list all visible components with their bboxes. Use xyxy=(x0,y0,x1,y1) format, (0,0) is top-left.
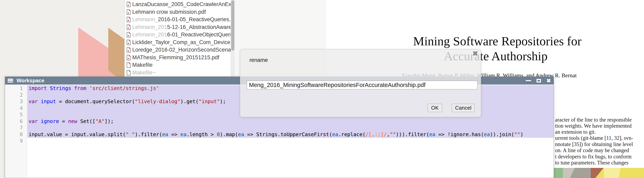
file-list-item[interactable]: Lehmann_2015-12-16_AbstractionAware xyxy=(124,24,231,31)
file-name-dim: Lehmann_ xyxy=(132,16,158,23)
file-list-item[interactable]: Makefile~ xyxy=(124,69,231,77)
cancel-button[interactable]: Cancel xyxy=(452,104,475,112)
ok-button[interactable]: OK xyxy=(428,104,442,112)
menu-icon[interactable] xyxy=(8,79,13,82)
rename-dialog: rename ✖ OK Cancel xyxy=(240,49,481,117)
file-list-item[interactable]: Lehmann_2016-01_ReactiveObjectQueri xyxy=(124,31,231,39)
file-name: MAThesis_Flemming_20151215.pdf xyxy=(132,54,219,61)
window-title: Workspace xyxy=(16,77,44,84)
file-name: LanzaDucasse_2005_CodeCrawlerAnExt xyxy=(132,1,231,8)
file-name: 5-12-16_AbstractionAware xyxy=(167,24,231,30)
minimize-icon[interactable] xyxy=(526,80,531,81)
file-name-dim: Makefile~ xyxy=(132,70,156,76)
pdf-file-icon xyxy=(126,9,131,15)
file-list-scrollbar[interactable] xyxy=(231,0,235,87)
line-number: 4 xyxy=(5,105,27,112)
file-name: Lehmann crow submission.pdf xyxy=(132,9,206,15)
line-number: 7 xyxy=(5,125,27,131)
maximize-icon[interactable] xyxy=(536,79,541,82)
dialog-title: rename xyxy=(250,57,268,63)
file-list-item[interactable]: MAThesis_Flemming_20151215.pdf xyxy=(124,54,231,61)
file-name-dim: Lehmann_201 xyxy=(132,32,167,38)
file-name: Licklider_Taylor_Comp_as_Com_Device. xyxy=(132,39,231,46)
pdf-file-icon xyxy=(126,32,131,38)
close-icon[interactable]: ✖ xyxy=(472,50,478,57)
file-icon xyxy=(126,62,131,68)
line-number: 1 xyxy=(5,85,27,92)
file-name: 2016-01-05_ReactiveQueries.p xyxy=(158,16,231,23)
close-icon[interactable]: ✖ xyxy=(546,78,551,83)
pdf-body-line: to tune parameters. These changes xyxy=(555,160,628,166)
desktop-wallpaper-bottom xyxy=(554,167,644,178)
pdf-file-icon xyxy=(126,47,131,53)
pdf-file-icon xyxy=(126,55,131,60)
code-line[interactable] xyxy=(29,125,554,131)
pdf-body-line: t developers to fix bugs, to conform xyxy=(555,153,632,160)
file-name: Loredge_2016-02_HorizonSecondScenar xyxy=(132,47,231,53)
scrollbar-thumb[interactable] xyxy=(231,1,234,51)
line-number: 3 xyxy=(5,98,27,105)
file-list-item[interactable]: Loredge_2016-02_HorizonSecondScenar xyxy=(124,46,231,54)
pdf-body-line: tion weights. We have implemented xyxy=(555,123,632,129)
line-number: 8 xyxy=(5,131,27,138)
file-name-dim: Lehmann_201 xyxy=(132,24,167,30)
file-list-item[interactable]: LanzaDucasse_2005_CodeCrawlerAnExt xyxy=(124,1,231,8)
pdf-file-icon xyxy=(126,24,131,30)
pdf-body-line: aracter of the line to the responsible xyxy=(555,117,632,123)
file-list-item[interactable]: Lehmann_2016-01-05_ReactiveQueries.p xyxy=(124,16,231,24)
file-list-panel: LanzaDucasse_2005_CodeCrawlerAnExtLehman… xyxy=(124,0,235,87)
file-list-item[interactable]: Licklider_Taylor_Comp_as_Com_Device. xyxy=(124,39,231,46)
pdf-file-icon xyxy=(126,17,131,23)
pdf-title-line1: Mining Software Repositories for xyxy=(413,34,582,48)
line-number-gutter: 123456789 xyxy=(5,84,27,178)
file-list-item[interactable]: Makefile xyxy=(124,61,231,69)
pdf-file-icon xyxy=(126,2,131,7)
file-list-item[interactable]: Lehmann crow submission.pdf xyxy=(124,8,231,16)
line-number: 9 xyxy=(5,138,27,144)
pdf-body-line: urrent tools (git-blame [11, 32], svn- xyxy=(555,135,633,141)
line-number: 2 xyxy=(5,92,27,99)
code-line[interactable]: var ignore = new Set(["A"]); xyxy=(29,118,554,125)
pdf-body-line: nnotate [35]) for obtaining line level xyxy=(555,141,633,147)
code-line[interactable] xyxy=(29,138,554,144)
pdf-body-line: an extension to git. xyxy=(555,129,596,135)
pdf-body-line: on. A line of code may be changed xyxy=(555,147,629,153)
file-name: 6-01_ReactiveObjectQueri xyxy=(167,32,231,38)
pdf-body-text: aracter of the line to the responsible t… xyxy=(555,117,644,168)
file-icon xyxy=(126,70,131,76)
code-line[interactable]: input.value = input.value.split(" ").fil… xyxy=(29,131,554,138)
file-name: Makefile xyxy=(132,62,153,68)
line-number: 6 xyxy=(5,118,27,125)
pdf-file-icon xyxy=(126,39,131,45)
line-number: 5 xyxy=(5,112,27,118)
filename-input[interactable] xyxy=(247,81,478,90)
